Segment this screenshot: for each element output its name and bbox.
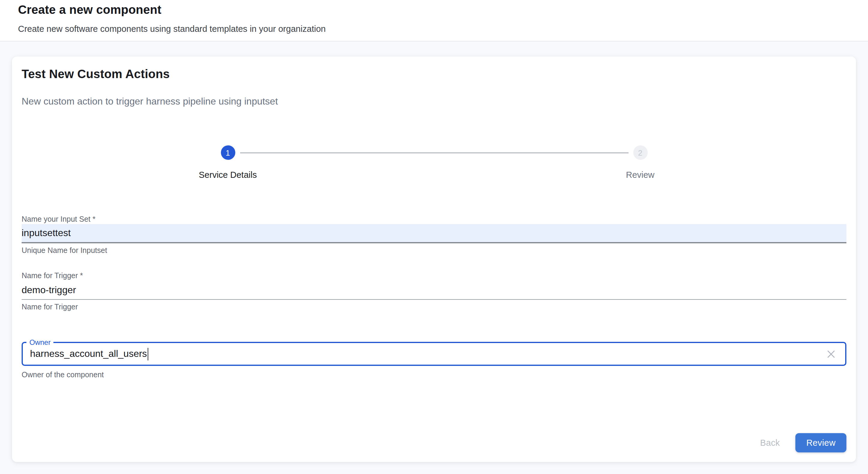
text-caret xyxy=(148,348,149,360)
step-2-icon: 2 xyxy=(633,145,647,160)
template-card: Test New Custom Actions New custom actio… xyxy=(12,57,856,462)
card-title: Test New Custom Actions xyxy=(22,66,846,82)
step-1-label: Service Details xyxy=(199,170,257,181)
step-connector xyxy=(240,152,628,153)
owner-label: Owner xyxy=(26,338,54,347)
input-set-name-input[interactable] xyxy=(22,224,846,243)
field-trigger-name: Name for Trigger * Name for Trigger xyxy=(22,271,846,312)
page-subtitle: Create new software components using sta… xyxy=(18,23,868,35)
step-review: 2 Review xyxy=(434,145,846,181)
screen: Create a new component Create new softwa… xyxy=(0,0,868,474)
service-details-form: Name your Input Set * Unique Name for In… xyxy=(22,215,846,380)
review-button[interactable]: Review xyxy=(796,433,847,452)
owner-input[interactable]: Owner harness_account_all_users xyxy=(22,342,846,366)
clear-icon-glyph xyxy=(827,350,835,358)
field-owner: Owner harness_account_all_users Owner of… xyxy=(22,342,846,380)
field-input-set-name: Name your Input Set * Unique Name for In… xyxy=(22,215,846,255)
step-2-label: Review xyxy=(626,170,654,181)
step-1-icon: 1 xyxy=(221,145,235,160)
page-body: Test New Custom Actions New custom actio… xyxy=(0,41,868,474)
input-set-name-helper: Unique Name for Inputset xyxy=(22,246,846,255)
stepper: 1 Service Details 2 Review xyxy=(22,145,846,181)
step-service-details: 1 Service Details xyxy=(22,145,434,181)
create-component-page: Create a new component Create new softwa… xyxy=(0,0,868,474)
card-subtitle: New custom action to trigger harness pip… xyxy=(22,95,846,108)
clear-icon[interactable] xyxy=(824,347,838,361)
trigger-name-helper: Name for Trigger xyxy=(22,303,846,312)
trigger-name-label: Name for Trigger * xyxy=(22,271,846,280)
owner-helper: Owner of the component xyxy=(22,371,846,380)
owner-value: harness_account_all_users xyxy=(30,349,147,359)
page-header: Create a new component Create new softwa… xyxy=(0,0,868,41)
back-button[interactable]: Back xyxy=(750,433,789,452)
input-set-name-label: Name your Input Set * xyxy=(22,215,846,224)
form-actions: Back Review xyxy=(22,433,846,452)
page-title: Create a new component xyxy=(18,0,868,18)
trigger-name-input[interactable] xyxy=(22,280,846,300)
